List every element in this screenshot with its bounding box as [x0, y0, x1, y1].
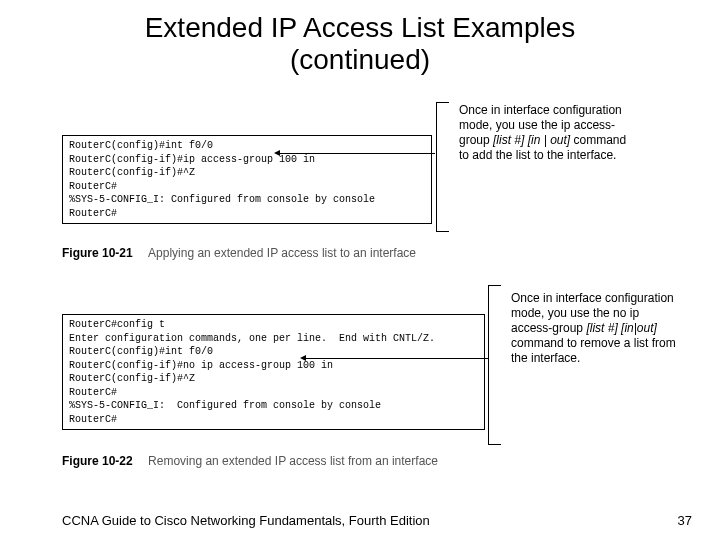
title-line2: (continued) — [290, 44, 430, 75]
footer-text: CCNA Guide to Cisco Networking Fundament… — [62, 513, 430, 528]
slide: Extended IP Access List Examples (contin… — [0, 0, 720, 540]
bracket-icon — [436, 102, 449, 232]
figure-text-1: Applying an extended IP access list to a… — [148, 246, 416, 260]
note2-post: command to remove a list from the interf… — [511, 336, 676, 365]
callout-note-1: Once in interface configuration mode, yo… — [459, 103, 639, 163]
terminal-output-2: RouterC#config t Enter configuration com… — [62, 314, 485, 430]
arrow-icon — [280, 153, 435, 154]
page-number: 37 — [678, 513, 692, 528]
figure-number-2: Figure 10-22 — [62, 454, 133, 468]
figure-text-2: Removing an extended IP access list from… — [148, 454, 438, 468]
title-line1: Extended IP Access List Examples — [145, 12, 576, 43]
slide-title: Extended IP Access List Examples (contin… — [0, 12, 720, 76]
bracket-icon — [488, 285, 501, 445]
figure-number-1: Figure 10-21 — [62, 246, 133, 260]
arrow-icon — [306, 358, 488, 359]
note2-italic: [list #] [in|out] — [586, 321, 656, 335]
figure-caption-1: Figure 10-21 Applying an extended IP acc… — [62, 246, 416, 260]
terminal-output-1: RouterC(config)#int f0/0 RouterC(config-… — [62, 135, 432, 224]
note1-italic: [list #] [in | out] — [493, 133, 570, 147]
callout-note-2: Once in interface configuration mode, yo… — [511, 291, 681, 366]
figure-caption-2: Figure 10-22 Removing an extended IP acc… — [62, 454, 438, 468]
